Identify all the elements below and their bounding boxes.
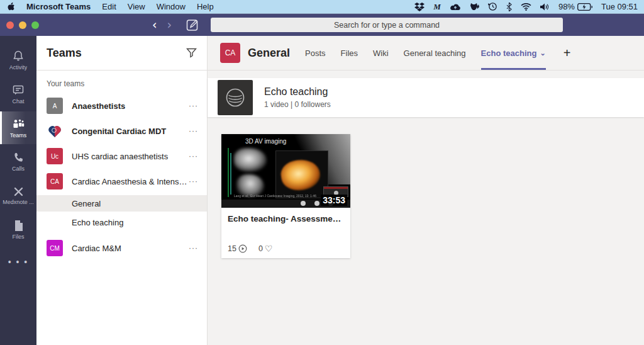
view-count: 15 (228, 244, 247, 253)
tab-files[interactable]: Files (341, 36, 358, 70)
close-window-button[interactable] (6, 21, 14, 29)
team-row-anaesthetists[interactable]: A Anaesthetists ··· (36, 93, 207, 118)
play-circle-icon (238, 244, 247, 253)
team-avatar-heart (47, 123, 63, 139)
window-controls (6, 21, 39, 29)
tab-posts[interactable]: Posts (305, 36, 326, 70)
time-machine-clock-icon[interactable] (488, 2, 497, 11)
echo-scale-line (228, 148, 229, 197)
teams-list-panel: Teams Your teams A Anaesthetists ··· Con… (36, 36, 208, 345)
rail-item-teams[interactable]: Teams (0, 111, 36, 144)
tab-general-teaching[interactable]: General teaching (404, 36, 466, 70)
panel-title: Teams (47, 47, 82, 60)
search-input[interactable] (211, 21, 563, 30)
filter-icon[interactable] (186, 48, 197, 58)
video-thumbnail[interactable]: 3D AV imaging Lang et al., Eur Heart J C… (221, 134, 350, 208)
menu-window[interactable]: Window (157, 2, 186, 11)
team-avatar: A (47, 98, 63, 114)
rail-item-files[interactable]: Files (0, 213, 36, 246)
team-row-cardiac-anaesthesia[interactable]: CA Cardiac Anaesthesia & Intensiv... ··· (36, 169, 207, 194)
bell-icon (12, 50, 25, 62)
rail-item-calls[interactable]: Calls (0, 145, 36, 178)
channel-header: CA General Posts Files Wiki General teac… (208, 36, 644, 71)
menubar-clock[interactable]: Tue 09:51 (601, 2, 638, 11)
video-card[interactable]: 3D AV imaging Lang et al., Eur Heart J C… (221, 134, 350, 258)
tab-echo-teaching[interactable]: Echo teaching ⌄ (481, 36, 546, 70)
app-rail: Activity Chat Teams Calls Medxnote ... F… (0, 36, 36, 345)
new-chat-icon[interactable] (186, 18, 199, 34)
chat-icon (12, 84, 25, 96)
rail-item-chat[interactable]: Chat (0, 77, 36, 110)
battery-percent: 98% (558, 2, 575, 11)
echo-scale-line (230, 153, 231, 195)
stream-channel-banner: Echo teaching 1 video | 0 followers (208, 78, 644, 117)
team-more-options-icon[interactable]: ··· (189, 127, 198, 135)
channel-echo-teaching[interactable]: Echo teaching (36, 214, 207, 230)
m-app-icon[interactable]: M (433, 2, 441, 12)
onedrive-cloud-icon[interactable] (450, 3, 461, 11)
chevron-down-icon: ⌄ (540, 49, 545, 57)
team-more-options-icon[interactable]: ··· (189, 177, 198, 186)
minimize-window-button[interactable] (19, 21, 26, 29)
file-icon (13, 220, 24, 232)
channel-title: General (248, 47, 290, 60)
3d-heart-render (279, 157, 322, 193)
add-tab-button[interactable]: + (564, 46, 571, 60)
your-teams-label: Your teams (36, 71, 207, 93)
zoom-window-button[interactable] (31, 21, 39, 29)
slide-title-text: 3D AV imaging (245, 138, 286, 145)
header-gap (208, 71, 644, 78)
video-duration-badge: 33:53 (321, 195, 347, 206)
teams-people-icon (11, 118, 25, 130)
team-more-options-icon[interactable]: ··· (189, 101, 198, 110)
dropbox-icon[interactable] (414, 3, 425, 11)
bluetooth-icon[interactable] (506, 3, 512, 11)
channel-general[interactable]: General (36, 195, 207, 212)
battery-icon (577, 3, 592, 11)
fox-icon[interactable] (470, 3, 479, 11)
video-title: Echo teaching- Assessment of ... (228, 214, 344, 223)
team-row-uhs-cardiac-anaesthetists[interactable]: Uc UHS cardiac anaesthetists ··· (36, 144, 207, 169)
team-row-cardiac-mm[interactable]: CM Cardiac M&M ··· (36, 235, 207, 261)
command-search-bar[interactable] (211, 18, 563, 32)
participant-avatar (301, 201, 306, 206)
volume-icon[interactable] (540, 3, 550, 11)
back-button[interactable]: ‹ (152, 19, 157, 31)
rail-more-button[interactable]: • • • (0, 252, 36, 271)
like-count[interactable]: 0 ♡ (258, 244, 273, 253)
menu-view[interactable]: View (128, 2, 145, 11)
team-avatar: CM (47, 240, 63, 256)
rail-item-medxnote[interactable]: Medxnote ... (0, 179, 36, 212)
slide-citation-text: Lang et al., Eur Heart J Cardiovasc Imag… (234, 194, 316, 198)
team-row-congenital-cardiac-mdt[interactable]: Congenital Cardiac MDT ··· (36, 118, 207, 144)
apple-menu-icon[interactable] (6, 2, 15, 11)
menu-help[interactable]: Help (197, 2, 214, 11)
phone-icon (13, 152, 25, 164)
echo-image-top (234, 148, 267, 172)
menu-edit[interactable]: Edit (102, 2, 116, 11)
participant-avatar (314, 201, 319, 206)
team-avatar: CA (47, 173, 63, 189)
heart-like-icon: ♡ (265, 244, 273, 253)
team-more-options-icon[interactable]: ··· (189, 152, 198, 161)
rail-item-activity[interactable]: Activity (0, 43, 36, 76)
videos-grid: 3D AV imaging Lang et al., Eur Heart J C… (208, 117, 644, 345)
stream-channel-meta: 1 video | 0 followers (264, 100, 331, 109)
battery-status[interactable]: 98% (558, 2, 592, 11)
stream-channel-title: Echo teaching (264, 86, 331, 98)
stream-globe-icon (224, 86, 247, 109)
tab-wiki[interactable]: Wiki (373, 36, 389, 70)
stream-logo-tile (218, 80, 253, 115)
channel-team-avatar: CA (220, 43, 240, 63)
main-content: CA General Posts Files Wiki General teac… (208, 36, 644, 345)
wifi-icon[interactable] (521, 3, 531, 11)
forward-button[interactable]: › (167, 19, 172, 31)
channel-tabs: Posts Files Wiki General teaching Echo t… (305, 36, 570, 70)
team-avatar: Uc (47, 148, 63, 164)
heart-logo-icon (47, 124, 62, 138)
team-more-options-icon[interactable]: ··· (189, 244, 198, 252)
menubar-app-name[interactable]: Microsoft Teams (26, 2, 91, 11)
macos-menubar: Microsoft Teams Edit View Window Help M … (0, 0, 644, 14)
3d-heart-panel (275, 150, 328, 198)
app-titlebar: ‹ › (0, 14, 644, 36)
